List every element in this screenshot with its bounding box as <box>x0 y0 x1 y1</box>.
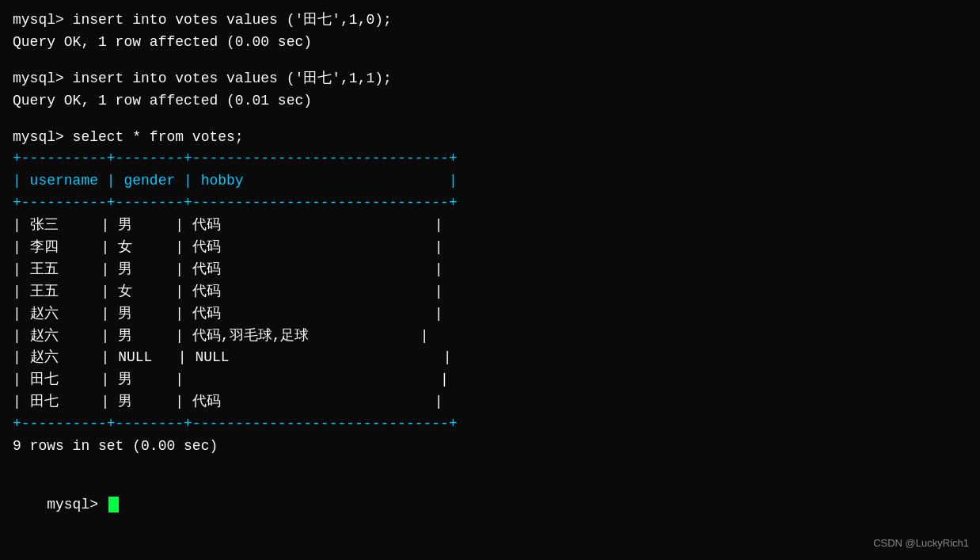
table-header-row: | username | gender | hobby | <box>13 170 967 192</box>
terminal-line-5: Query OK, 1 row affected (0.01 sec) <box>13 90 967 112</box>
table-top-border: +----------+--------+-------------------… <box>13 148 967 170</box>
watermark: CSDN @LuckyRich1 <box>873 537 969 549</box>
table-row-7: | 赵六 | NULL | NULL | <box>13 347 967 369</box>
table-bottom-border: +----------+--------+-------------------… <box>13 413 967 436</box>
table-row-8: | 田七 | 男 | | <box>13 369 967 391</box>
table-row-4: | 王五 | 女 | 代码 | <box>13 281 967 303</box>
mysql-prompt: mysql> <box>47 497 107 512</box>
table-row-1: | 张三 | 男 | 代码 | <box>13 215 967 237</box>
table-header-border: +----------+--------+-------------------… <box>13 192 967 215</box>
table-row-2: | 李四 | 女 | 代码 | <box>13 237 967 259</box>
row-count-line: 9 rows in set (0.00 sec) <box>13 436 967 458</box>
spacer-2 <box>13 112 967 127</box>
terminal-line-1: mysql> insert into votes values ('田七',1,… <box>13 10 967 32</box>
spacer-3 <box>13 458 967 472</box>
terminal-window: mysql> insert into votes values ('田七',1,… <box>0 0 980 560</box>
table-row-6: | 赵六 | 男 | 代码,羽毛球,足球 | <box>13 326 967 348</box>
terminal-select-cmd: mysql> select * from votes; <box>13 127 967 149</box>
table-row-3: | 王五 | 男 | 代码 | <box>13 259 967 281</box>
table-row-5: | 赵六 | 男 | 代码 | <box>13 303 967 326</box>
terminal-line-4: mysql> insert into votes values ('田七',1,… <box>13 68 967 90</box>
table-row-9: | 田七 | 男 | 代码 | <box>13 391 967 413</box>
terminal-line-2: Query OK, 1 row affected (0.00 sec) <box>13 32 967 54</box>
terminal-prompt-line[interactable]: mysql> <box>13 472 967 539</box>
spacer-1 <box>13 54 967 68</box>
terminal-cursor <box>108 497 119 512</box>
